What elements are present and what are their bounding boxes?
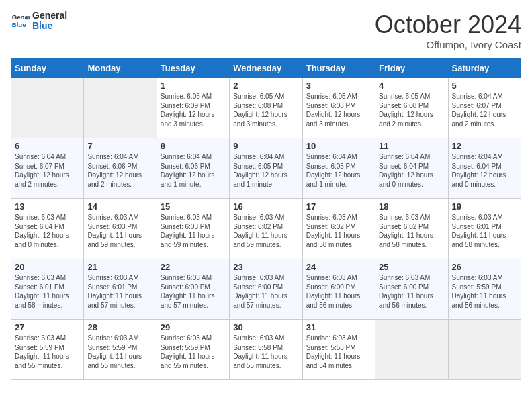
calendar-cell: [84, 78, 157, 138]
calendar-cell: 21Sunrise: 6:03 AM Sunset: 6:01 PM Dayli…: [84, 259, 157, 320]
calendar-cell: [448, 320, 521, 380]
day-info: Sunrise: 6:05 AM Sunset: 6:08 PM Dayligh…: [233, 92, 298, 128]
calendar-cell: 10Sunrise: 6:04 AM Sunset: 6:05 PM Dayli…: [302, 138, 375, 199]
day-info: Sunrise: 6:03 AM Sunset: 6:04 PM Dayligh…: [15, 213, 80, 249]
day-number: 12: [452, 141, 517, 151]
day-number: 23: [233, 262, 298, 272]
logo: General Blue General Blue: [11, 11, 67, 32]
calendar-cell: 9Sunrise: 6:04 AM Sunset: 6:05 PM Daylig…: [230, 138, 302, 199]
day-info: Sunrise: 6:03 AM Sunset: 5:58 PM Dayligh…: [233, 334, 298, 370]
calendar-cell: 5Sunrise: 6:04 AM Sunset: 6:07 PM Daylig…: [448, 78, 521, 138]
calendar-cell: 29Sunrise: 6:03 AM Sunset: 5:59 PM Dayli…: [157, 320, 229, 380]
day-number: 14: [87, 201, 152, 212]
day-info: Sunrise: 6:03 AM Sunset: 6:00 PM Dayligh…: [161, 273, 226, 310]
weekday-header-friday: Friday: [375, 59, 448, 78]
day-info: Sunrise: 6:04 AM Sunset: 6:05 PM Dayligh…: [306, 152, 371, 189]
day-number: 13: [15, 201, 80, 212]
day-number: 17: [306, 201, 371, 212]
calendar-cell: 7Sunrise: 6:04 AM Sunset: 6:06 PM Daylig…: [84, 138, 157, 199]
day-info: Sunrise: 6:03 AM Sunset: 6:02 PM Dayligh…: [379, 213, 444, 249]
day-number: 10: [306, 141, 371, 151]
day-info: Sunrise: 6:03 AM Sunset: 5:59 PM Dayligh…: [87, 334, 152, 370]
calendar-cell: 17Sunrise: 6:03 AM Sunset: 6:02 PM Dayli…: [302, 199, 375, 259]
weekday-header-saturday: Saturday: [448, 59, 521, 78]
day-number: 22: [161, 262, 226, 272]
calendar-cell: 18Sunrise: 6:03 AM Sunset: 6:02 PM Dayli…: [375, 199, 448, 259]
calendar-cell: 6Sunrise: 6:04 AM Sunset: 6:07 PM Daylig…: [11, 138, 84, 199]
day-info: Sunrise: 6:03 AM Sunset: 6:00 PM Dayligh…: [306, 273, 371, 310]
day-number: 11: [379, 141, 444, 151]
day-info: Sunrise: 6:05 AM Sunset: 6:08 PM Dayligh…: [379, 92, 444, 128]
day-info: Sunrise: 6:03 AM Sunset: 6:01 PM Dayligh…: [452, 213, 517, 249]
calendar-cell: 16Sunrise: 6:03 AM Sunset: 6:02 PM Dayli…: [230, 199, 302, 259]
calendar-cell: 8Sunrise: 6:04 AM Sunset: 6:06 PM Daylig…: [157, 138, 229, 199]
day-number: 27: [15, 322, 80, 332]
day-number: 4: [379, 81, 444, 91]
day-number: 3: [306, 81, 371, 91]
weekday-header-wednesday: Wednesday: [230, 59, 302, 78]
calendar-cell: 3Sunrise: 6:05 AM Sunset: 6:08 PM Daylig…: [302, 78, 375, 138]
logo-general: General: [32, 11, 67, 21]
day-number: 6: [15, 141, 80, 151]
calendar-cell: 23Sunrise: 6:03 AM Sunset: 6:00 PM Dayli…: [230, 259, 302, 320]
day-info: Sunrise: 6:03 AM Sunset: 5:59 PM Dayligh…: [161, 334, 226, 370]
calendar-cell: 20Sunrise: 6:03 AM Sunset: 6:01 PM Dayli…: [11, 259, 84, 320]
day-number: 30: [233, 322, 298, 332]
calendar-cell: 4Sunrise: 6:05 AM Sunset: 6:08 PM Daylig…: [375, 78, 448, 138]
day-info: Sunrise: 6:05 AM Sunset: 6:09 PM Dayligh…: [161, 92, 226, 128]
day-info: Sunrise: 6:04 AM Sunset: 6:05 PM Dayligh…: [233, 152, 298, 189]
weekday-header-thursday: Thursday: [302, 59, 375, 78]
day-info: Sunrise: 6:03 AM Sunset: 6:03 PM Dayligh…: [161, 213, 226, 249]
logo-icon: General Blue: [11, 11, 30, 30]
page-header: General Blue General Blue October 2024 O…: [11, 11, 521, 50]
day-number: 29: [161, 322, 226, 332]
day-number: 21: [87, 262, 152, 272]
calendar-cell: [11, 78, 84, 138]
calendar-cell: 2Sunrise: 6:05 AM Sunset: 6:08 PM Daylig…: [230, 78, 302, 138]
weekday-header-sunday: Sunday: [11, 59, 84, 78]
calendar-cell: 19Sunrise: 6:03 AM Sunset: 6:01 PM Dayli…: [448, 199, 521, 259]
calendar-cell: 24Sunrise: 6:03 AM Sunset: 6:00 PM Dayli…: [302, 259, 375, 320]
day-info: Sunrise: 6:04 AM Sunset: 6:04 PM Dayligh…: [452, 152, 517, 189]
day-info: Sunrise: 6:03 AM Sunset: 6:00 PM Dayligh…: [379, 273, 444, 310]
day-number: 25: [379, 262, 444, 272]
day-number: 18: [379, 201, 444, 212]
logo-blue: Blue: [32, 21, 67, 31]
day-number: 8: [161, 141, 226, 151]
weekday-header-monday: Monday: [84, 59, 157, 78]
calendar-cell: 12Sunrise: 6:04 AM Sunset: 6:04 PM Dayli…: [448, 138, 521, 199]
day-number: 31: [306, 322, 371, 332]
calendar-cell: 13Sunrise: 6:03 AM Sunset: 6:04 PM Dayli…: [11, 199, 84, 259]
day-number: 26: [452, 262, 517, 272]
day-number: 24: [306, 262, 371, 272]
day-info: Sunrise: 6:03 AM Sunset: 6:03 PM Dayligh…: [87, 213, 152, 249]
calendar-cell: 22Sunrise: 6:03 AM Sunset: 6:00 PM Dayli…: [157, 259, 229, 320]
day-info: Sunrise: 6:03 AM Sunset: 6:02 PM Dayligh…: [306, 213, 371, 249]
title-block: October 2024 Offumpo, Ivory Coast: [375, 11, 521, 50]
location-subtitle: Offumpo, Ivory Coast: [375, 39, 521, 50]
day-number: 9: [233, 141, 298, 151]
day-number: 7: [87, 141, 152, 151]
day-info: Sunrise: 6:03 AM Sunset: 6:01 PM Dayligh…: [15, 273, 80, 310]
day-info: Sunrise: 6:03 AM Sunset: 5:59 PM Dayligh…: [15, 334, 80, 370]
day-number: 2: [233, 81, 298, 91]
day-number: 16: [233, 201, 298, 212]
calendar-cell: 14Sunrise: 6:03 AM Sunset: 6:03 PM Dayli…: [84, 199, 157, 259]
svg-text:Blue: Blue: [12, 21, 26, 28]
day-info: Sunrise: 6:04 AM Sunset: 6:07 PM Dayligh…: [15, 152, 80, 189]
calendar-cell: 15Sunrise: 6:03 AM Sunset: 6:03 PM Dayli…: [157, 199, 229, 259]
calendar-cell: 30Sunrise: 6:03 AM Sunset: 5:58 PM Dayli…: [230, 320, 302, 380]
calendar-cell: 26Sunrise: 6:03 AM Sunset: 5:59 PM Dayli…: [448, 259, 521, 320]
day-info: Sunrise: 6:03 AM Sunset: 5:59 PM Dayligh…: [452, 273, 517, 310]
calendar-cell: 1Sunrise: 6:05 AM Sunset: 6:09 PM Daylig…: [157, 78, 229, 138]
day-number: 20: [15, 262, 80, 272]
day-info: Sunrise: 6:04 AM Sunset: 6:04 PM Dayligh…: [379, 152, 444, 189]
day-info: Sunrise: 6:03 AM Sunset: 5:58 PM Dayligh…: [306, 334, 371, 370]
calendar-cell: [375, 320, 448, 380]
day-number: 28: [87, 322, 152, 332]
day-number: 15: [161, 201, 226, 212]
weekday-header-tuesday: Tuesday: [157, 59, 229, 78]
calendar-cell: 27Sunrise: 6:03 AM Sunset: 5:59 PM Dayli…: [11, 320, 84, 380]
day-info: Sunrise: 6:05 AM Sunset: 6:08 PM Dayligh…: [306, 92, 371, 128]
day-info: Sunrise: 6:04 AM Sunset: 6:06 PM Dayligh…: [161, 152, 226, 189]
